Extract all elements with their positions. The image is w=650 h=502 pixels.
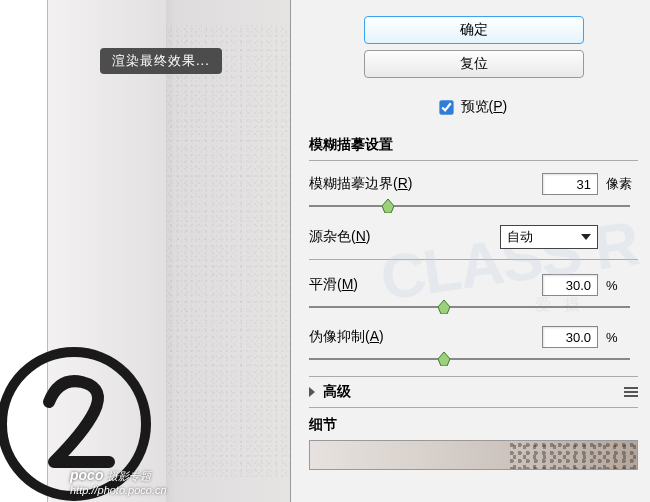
edge-unit: 像素	[606, 175, 638, 193]
noise-label: 源杂色(N)	[309, 228, 370, 246]
ok-button[interactable]: 确定	[364, 16, 584, 44]
preview-gutter	[0, 0, 48, 502]
slider-thumb-icon[interactable]	[382, 199, 394, 213]
detail-section-title: 细节	[309, 408, 638, 438]
edge-input[interactable]	[542, 173, 598, 195]
preview-pane: 渲染最终效果... poco 摄影专题 http://photo.poco.cn	[0, 0, 290, 502]
detail-preview	[309, 440, 638, 470]
artifact-unit: %	[606, 330, 638, 345]
smooth-slider[interactable]	[309, 298, 638, 316]
preview-label: 预览(P)	[461, 98, 508, 114]
chevron-down-icon	[581, 234, 591, 240]
slider-thumb-icon[interactable]	[438, 352, 450, 366]
smooth-unit: %	[606, 278, 638, 293]
render-status-badge: 渲染最终效果...	[100, 48, 222, 74]
noise-select[interactable]: 自动	[500, 225, 598, 249]
artifact-slider[interactable]	[309, 350, 638, 368]
preview-checkbox[interactable]	[439, 100, 453, 114]
artifact-input[interactable]	[542, 326, 598, 348]
smooth-input[interactable]	[542, 274, 598, 296]
blur-section-title: 模糊描摹设置	[309, 130, 638, 161]
reset-button[interactable]: 复位	[364, 50, 584, 78]
smooth-label: 平滑(M)	[309, 276, 358, 294]
menu-icon[interactable]	[624, 387, 638, 397]
preview-image[interactable]	[48, 0, 293, 502]
edge-slider[interactable]	[309, 197, 638, 215]
slider-thumb-icon[interactable]	[438, 300, 450, 314]
triangle-right-icon	[309, 387, 315, 397]
artifact-label: 伪像抑制(A)	[309, 328, 384, 346]
settings-panel: CLASS R 爱 摄 确定 复位 预览(P) 模糊描摹设置 模糊描摹边界(R)…	[290, 0, 650, 502]
advanced-collapse[interactable]: 高级	[309, 376, 638, 408]
edge-label: 模糊描摹边界(R)	[309, 175, 412, 193]
